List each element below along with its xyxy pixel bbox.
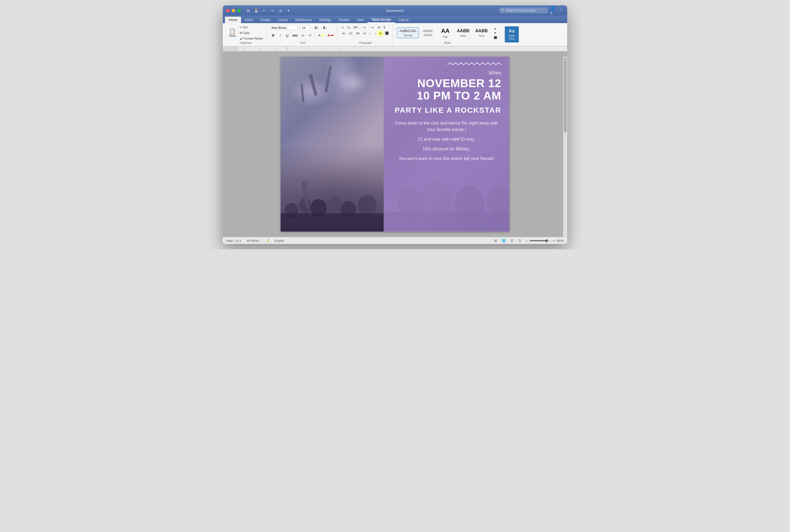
styles-pane-button[interactable]: Aa StylesPane bbox=[505, 26, 519, 42]
scrollbar-right[interactable] bbox=[563, 57, 567, 237]
strikethrough-button[interactable]: abc bbox=[291, 33, 299, 38]
font-shrink-button[interactable]: A↓ bbox=[322, 25, 329, 31]
tab-view[interactable]: View bbox=[353, 17, 368, 23]
chevron-up-icon[interactable]: ⌃ bbox=[558, 7, 564, 14]
style-subtitle-preview: AABBC bbox=[423, 29, 433, 33]
svg-point-11 bbox=[328, 196, 341, 212]
cut-button[interactable]: ✂ Cut bbox=[239, 25, 264, 30]
close-button[interactable] bbox=[226, 9, 229, 12]
font-size-selector[interactable]: 14 ▾ bbox=[301, 25, 312, 30]
minimize-button[interactable] bbox=[232, 9, 235, 12]
status-bar: Page 1 of 1 49 Words 📝 English ⊞ 🌐 ☰ ⊡ −… bbox=[223, 237, 567, 244]
style-title-preview: AA bbox=[441, 27, 450, 35]
view-web-button[interactable]: 🌐 bbox=[501, 238, 506, 243]
sort-button[interactable]: ↕A bbox=[376, 25, 382, 30]
redo-icon[interactable]: ↪ bbox=[269, 7, 275, 14]
page-info: Page 1 of 1 bbox=[226, 239, 241, 242]
zoom-slider-thumb[interactable] bbox=[545, 240, 548, 242]
svg-text:-3: -3 bbox=[243, 48, 245, 51]
traffic-lights bbox=[226, 9, 241, 12]
zoom-level: 180% bbox=[557, 239, 564, 242]
style-date[interactable]: AABB Date bbox=[454, 27, 472, 39]
tab-insert[interactable]: Insert bbox=[241, 17, 257, 23]
flyer-container: When NOVEMBER 12 10 PM TO 2 AM PARTY LIK… bbox=[281, 57, 509, 232]
style-subtitle[interactable]: AABBC Subtitle bbox=[420, 28, 436, 38]
paste-button[interactable]: 📋 Paste bbox=[227, 26, 238, 40]
clipboard-label: Clipboard bbox=[240, 41, 251, 44]
copy-button[interactable]: ⧉ Copy bbox=[239, 31, 264, 36]
maximize-button[interactable] bbox=[237, 9, 241, 12]
paragraph-group-content: ≡ 1≡ ⊞≡ ←≡ →≡ ↕A ¶ ≡L ≡C ≡R ≡J ⫶ ↕ bbox=[341, 25, 390, 41]
zigzag-svg bbox=[448, 62, 501, 68]
zoom-minus-button[interactable]: − bbox=[526, 239, 528, 243]
zoom-plus-button[interactable]: + bbox=[553, 239, 555, 243]
numbering-button[interactable]: 1≡ bbox=[346, 25, 352, 30]
paste-label: Paste bbox=[229, 34, 236, 37]
line-spacing-button[interactable]: ↕ bbox=[373, 31, 377, 36]
bold-button[interactable]: B bbox=[270, 33, 276, 38]
subscript-button[interactable]: x₂ bbox=[300, 33, 306, 38]
sidebar-toggle-icon[interactable]: ⊞ bbox=[245, 7, 251, 14]
track-changes-icon[interactable]: 📝 bbox=[264, 239, 269, 243]
font-family-selector[interactable]: Arial (Body) ▾ bbox=[270, 25, 300, 30]
title-bar: ⊞ 💾 ↩ ↪ 🖨 ▾ Document1 🔍 👤+ ⌃ bbox=[223, 5, 567, 16]
style-title[interactable]: AA Title bbox=[437, 26, 453, 40]
shading-button[interactable]: A bbox=[377, 31, 383, 36]
party-title: PARTY LIKE A ROCKSTAR bbox=[395, 106, 501, 115]
borders-button[interactable]: ⬛ bbox=[384, 31, 390, 36]
style-time[interactable]: AABB Time bbox=[473, 27, 490, 39]
search-wrapper: 🔍 bbox=[500, 7, 548, 14]
style-date-preview: AABB bbox=[457, 28, 469, 34]
italic-button[interactable]: I bbox=[277, 33, 283, 38]
save-icon[interactable]: 💾 bbox=[253, 7, 259, 14]
tab-table-design[interactable]: Table Design bbox=[368, 17, 395, 23]
svg-point-20 bbox=[487, 186, 509, 215]
document-area[interactable]: When NOVEMBER 12 10 PM TO 2 AM PARTY LIK… bbox=[223, 51, 567, 237]
undo-icon[interactable]: ↩ bbox=[261, 7, 267, 14]
search-input[interactable] bbox=[500, 7, 548, 14]
view-outline-button[interactable]: ☰ bbox=[509, 238, 514, 243]
align-left-button[interactable]: ≡L bbox=[341, 31, 347, 36]
tab-references[interactable]: References bbox=[291, 17, 315, 23]
ribbon-content: 📋 Paste ✂ Cut ⧉ Copy 🖌 Format Painter Cl… bbox=[223, 23, 567, 46]
style-normal-label: Normal bbox=[403, 34, 412, 37]
increase-indent-button[interactable]: →≡ bbox=[368, 25, 375, 30]
columns-button[interactable]: ⫶ bbox=[368, 31, 372, 36]
view-focus-button[interactable]: ⊡ bbox=[518, 238, 522, 243]
tab-mailings[interactable]: Mailings bbox=[316, 17, 335, 23]
print-icon[interactable]: 🖨 bbox=[277, 7, 283, 14]
customize-icon[interactable]: ▾ bbox=[285, 7, 291, 14]
align-center-button[interactable]: ≡C bbox=[347, 31, 354, 36]
ruler-left-margin bbox=[223, 46, 238, 51]
styles-expand[interactable]: ⬛ bbox=[492, 35, 498, 40]
styles-scroll-up[interactable]: ▲ bbox=[493, 26, 498, 31]
font-color-button[interactable]: A bbox=[326, 33, 335, 38]
ribbon-group-styles: AaBbCcDc Normal AABBC Subtitle AA Title bbox=[394, 24, 501, 45]
view-print-button[interactable]: ⊞ bbox=[493, 238, 498, 243]
font-label: Font bbox=[300, 41, 305, 44]
scrollbar-thumb[interactable] bbox=[564, 57, 567, 133]
tab-layout-table[interactable]: Layout bbox=[395, 17, 412, 23]
share-icon[interactable]: 👤+ bbox=[550, 7, 556, 14]
decrease-indent-button[interactable]: ←≡ bbox=[360, 25, 367, 30]
show-marks-button[interactable]: ¶ bbox=[382, 25, 387, 30]
bullets-button[interactable]: ≡ bbox=[341, 25, 345, 30]
svg-text:4: 4 bbox=[338, 48, 340, 51]
tab-review[interactable]: Review bbox=[335, 17, 353, 23]
style-normal[interactable]: AaBbCcDc Normal bbox=[397, 27, 419, 38]
flyer-right-content: When NOVEMBER 12 10 PM TO 2 AM PARTY LIK… bbox=[384, 57, 510, 171]
style-time-label: Time bbox=[478, 34, 484, 37]
underline-button[interactable]: U bbox=[284, 33, 290, 38]
align-right-button[interactable]: ≡R bbox=[354, 31, 361, 36]
justify-button[interactable]: ≡J bbox=[362, 31, 368, 36]
styles-scroll-down[interactable]: ▼ bbox=[493, 31, 498, 35]
font-grow-button[interactable]: A↑ bbox=[313, 25, 320, 31]
zoom-slider[interactable] bbox=[529, 240, 551, 241]
highlight-button[interactable]: A bbox=[317, 33, 325, 38]
format-paint-button[interactable]: 🖌 Format Painter bbox=[239, 36, 264, 41]
tab-design[interactable]: Design bbox=[257, 17, 274, 23]
multilevel-button[interactable]: ⊞≡ bbox=[352, 25, 359, 30]
superscript-button[interactable]: x² bbox=[307, 33, 313, 38]
tab-layout[interactable]: Layout bbox=[274, 17, 291, 23]
tab-home[interactable]: Home bbox=[225, 17, 241, 23]
